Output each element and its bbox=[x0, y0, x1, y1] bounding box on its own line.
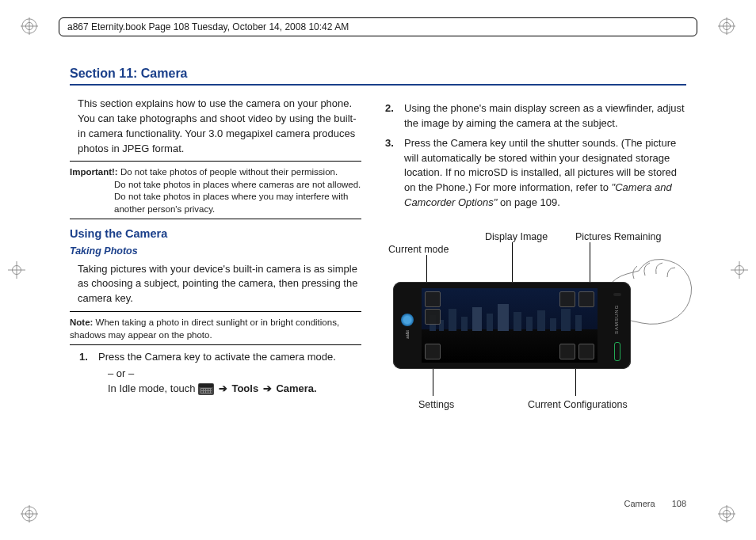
page-footer: Camera 108 bbox=[624, 499, 686, 508]
section-divider bbox=[70, 84, 686, 86]
callout-current-mode: Current mode bbox=[388, 242, 449, 257]
crop-mark-icon bbox=[21, 17, 38, 35]
callout-line bbox=[512, 242, 513, 287]
thin-divider bbox=[70, 344, 361, 345]
callout-pictures-remaining: Pictures Remaining bbox=[575, 230, 661, 244]
home-button-icon bbox=[614, 342, 620, 361]
heading-taking-photos: Taking Photos bbox=[70, 244, 361, 258]
page-content: Section 11: Camera This section explains… bbox=[70, 67, 686, 508]
thin-divider bbox=[70, 161, 361, 162]
att-brand-text: at&t bbox=[404, 330, 411, 339]
important-line-2: Do not take photos in places where camer… bbox=[70, 179, 361, 192]
footer-section-label: Camera bbox=[624, 499, 655, 508]
step-3-body: Press the Camera key until the shutter s… bbox=[404, 136, 686, 211]
left-column: This section explains how to use the cam… bbox=[70, 97, 361, 416]
callout-settings: Settings bbox=[418, 397, 454, 412]
phone-left-strip: at&t bbox=[398, 290, 417, 361]
step-1-camera: Camera. bbox=[276, 382, 316, 394]
heading-using-camera: Using the Camera bbox=[70, 226, 361, 242]
taking-photos-body: Taking pictures with your device's built… bbox=[70, 262, 361, 307]
step-number: 3. bbox=[385, 136, 404, 211]
earpiece-icon bbox=[613, 293, 621, 296]
samsung-brand-text: SAMSUNG bbox=[614, 304, 621, 333]
hud-counter-icon bbox=[578, 291, 594, 307]
step-3-text-b: on page 109. bbox=[500, 196, 560, 208]
page-header-text: a867 Eternity.book Page 108 Tuesday, Oct… bbox=[67, 21, 349, 32]
note-block: Note: When taking a photo in direct sunl… bbox=[70, 317, 361, 341]
thin-divider bbox=[70, 311, 361, 312]
arrow-icon: ➔ bbox=[262, 382, 273, 394]
important-block: Important!: Do not take photos of people… bbox=[70, 166, 361, 215]
footer-page-number: 108 bbox=[672, 499, 686, 508]
step-3: 3. Press the Camera key until the shutte… bbox=[385, 136, 686, 211]
important-line-1: Do not take photos of people without the… bbox=[120, 167, 338, 177]
skyline-graphic bbox=[422, 307, 598, 331]
crop-mark-icon bbox=[21, 505, 38, 523]
intro-paragraph: This section explains how to use the cam… bbox=[70, 97, 361, 156]
section-title: Section 11: Camera bbox=[70, 67, 686, 84]
arrow-icon: ➔ bbox=[217, 382, 229, 394]
step-1-alt: In Idle mode, touch ➔ Tools ➔ Camera. bbox=[108, 382, 361, 397]
hud-mode-icon bbox=[425, 291, 441, 307]
note-label: Note: bbox=[70, 318, 93, 327]
phone-device: at&t bbox=[393, 282, 631, 369]
note-body: When taking a photo in direct sunlight o… bbox=[70, 318, 339, 340]
hud-config2-icon bbox=[559, 344, 575, 359]
callout-current-config: Current Configurations bbox=[528, 397, 628, 412]
right-column: 2. Using the phone's main display screen… bbox=[385, 97, 686, 416]
step-1-or: – or – bbox=[108, 367, 361, 382]
hud-shooting-mode-icon bbox=[425, 309, 441, 325]
step-1-alt-pre: In Idle mode, touch bbox=[108, 382, 198, 394]
camera-diagram: Current mode Display Image Pictures Rema… bbox=[385, 219, 686, 416]
menu-grid-icon bbox=[198, 383, 214, 395]
callout-display-image: Display Image bbox=[485, 230, 548, 244]
crop-mark-icon bbox=[8, 261, 25, 279]
important-line-3: Do not take photos in places where you m… bbox=[70, 191, 361, 215]
crop-mark-icon bbox=[731, 261, 748, 279]
att-logo-icon bbox=[401, 314, 414, 326]
step-1-tools: Tools bbox=[231, 382, 258, 394]
step-1-body: Press the Camera key to activate the cam… bbox=[98, 350, 361, 365]
crop-mark-icon bbox=[718, 505, 735, 523]
hud-resolution-icon bbox=[559, 291, 575, 307]
step-number: 2. bbox=[385, 101, 404, 131]
phone-screen bbox=[422, 288, 598, 363]
page-header-frame: a867 Eternity.book Page 108 Tuesday, Oct… bbox=[59, 17, 697, 36]
hud-config-icon bbox=[578, 344, 594, 359]
step-2-body: Using the phone's main display screen as… bbox=[404, 101, 686, 131]
phone-right-strip: SAMSUNG bbox=[607, 290, 628, 361]
step-1: 1. Press the Camera key to activate the … bbox=[79, 350, 361, 365]
important-label: Important!: bbox=[70, 167, 118, 177]
step-number: 1. bbox=[79, 350, 98, 365]
thin-divider bbox=[70, 219, 361, 219]
crop-mark-icon bbox=[718, 17, 735, 35]
step-2: 2. Using the phone's main display screen… bbox=[385, 101, 686, 131]
hud-settings-icon bbox=[425, 344, 441, 359]
